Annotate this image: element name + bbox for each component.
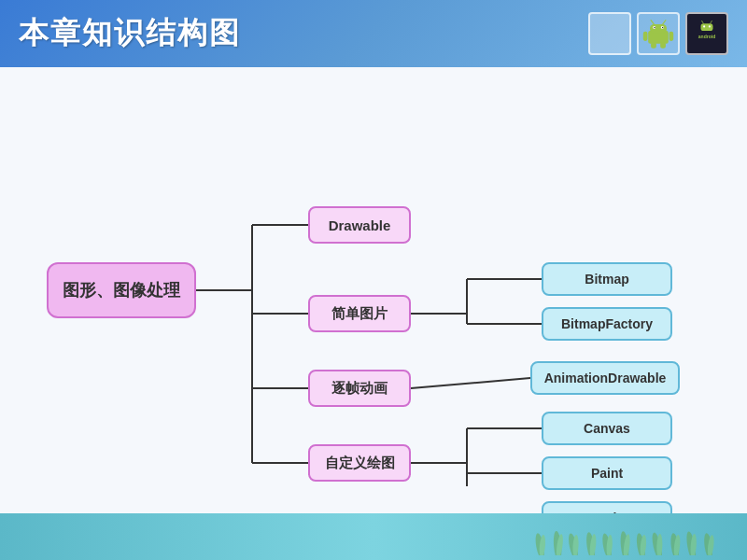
- node-frame: 逐帧动画: [308, 370, 411, 407]
- android-robot-icon: [641, 17, 675, 50]
- page-title: 本章知识结构图: [19, 13, 241, 54]
- svg-point-4: [654, 27, 655, 28]
- svg-point-15: [703, 25, 705, 27]
- svg-line-29: [411, 378, 530, 388]
- svg-rect-14: [701, 23, 713, 31]
- node-paint: Paint: [542, 456, 672, 490]
- header-icons: android: [588, 12, 728, 55]
- root-node: 图形、图像处理: [47, 262, 196, 318]
- header: 本章知识结构图: [0, 0, 747, 67]
- node-drawable: Drawable: [308, 206, 411, 244]
- node-bitmapfactory: BitmapFactory: [542, 307, 672, 341]
- android-logo-icon: android: [690, 17, 724, 50]
- grass-decoration: [532, 518, 719, 555]
- svg-line-6: [651, 21, 654, 24]
- svg-line-7: [663, 21, 666, 24]
- node-animationdrawable: AnimationDrawable: [530, 361, 680, 395]
- node-custom: 自定义绘图: [308, 444, 411, 482]
- footer: [0, 513, 747, 560]
- main-content: 图形、图像处理 Drawable 简单图片 逐帧动画 自定义绘图 Bitmap …: [0, 67, 747, 513]
- svg-point-16: [709, 25, 711, 27]
- svg-text:android: android: [698, 34, 715, 39]
- android-icon-box: [637, 12, 680, 55]
- grass-icon: [532, 518, 719, 555]
- placeholder-icon-box: [588, 12, 631, 55]
- svg-rect-11: [660, 42, 666, 48]
- android-logo-box: android: [685, 12, 728, 55]
- svg-rect-12: [690, 17, 724, 50]
- svg-rect-1: [650, 24, 667, 33]
- svg-point-5: [662, 27, 663, 28]
- node-simple: 简单图片: [308, 295, 411, 332]
- svg-rect-10: [651, 42, 656, 48]
- mindmap: 图形、图像处理 Drawable 简单图片 逐帧动画 自定义绘图 Bitmap …: [19, 94, 728, 486]
- node-bitmap: Bitmap: [542, 262, 672, 296]
- svg-rect-9: [669, 32, 674, 41]
- node-canvas: Canvas: [542, 412, 672, 445]
- svg-rect-8: [643, 32, 648, 41]
